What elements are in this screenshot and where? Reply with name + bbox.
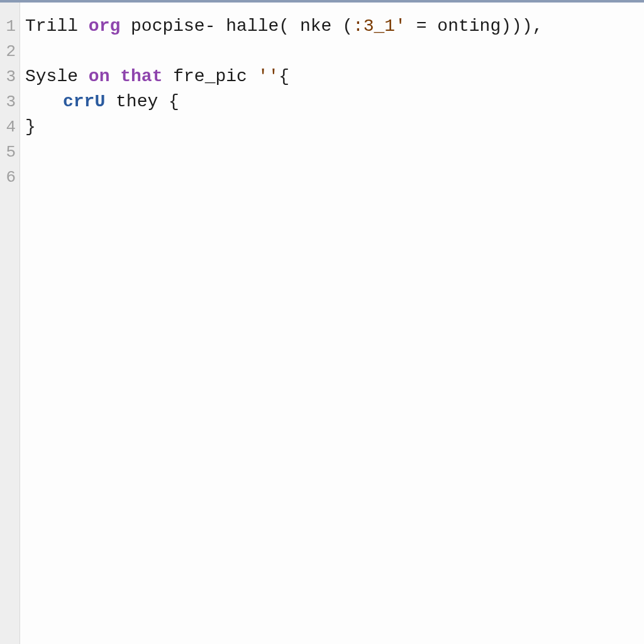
code-area[interactable]: Trill org pocpise- halle( nke (:3_1' = o… bbox=[20, 3, 644, 644]
token-ident: Trill bbox=[25, 16, 89, 36]
line-number: 1 bbox=[0, 14, 19, 39]
token-punct: } bbox=[25, 117, 36, 136]
token-punct: , bbox=[533, 16, 543, 36]
token-ident: fre_pic bbox=[162, 67, 257, 86]
code-line-7 bbox=[25, 165, 644, 190]
token-punct: ( bbox=[279, 16, 289, 36]
code-line-4: crrU they { bbox=[25, 89, 644, 114]
code-line-2 bbox=[25, 39, 644, 64]
token-ident: Sysle bbox=[25, 67, 89, 86]
token-punct: { bbox=[279, 67, 289, 86]
token-punct: ))) bbox=[501, 16, 532, 36]
line-number: 3 bbox=[0, 89, 19, 114]
token-keyword: org bbox=[89, 16, 120, 36]
code-line-3: Sysle on that fre_pic ''{ bbox=[25, 64, 644, 89]
code-editor: 1 2 3 3 4 5 6 Trill org pocpise- halle( … bbox=[0, 0, 644, 644]
line-gutter: 1 2 3 3 4 5 6 bbox=[0, 3, 20, 644]
code-line-5: } bbox=[25, 114, 644, 140]
token-punct: { bbox=[169, 92, 179, 111]
token-ident: they bbox=[105, 92, 169, 111]
line-number: 4 bbox=[0, 114, 19, 140]
code-line-1: Trill org pocpise- halle( nke (:3_1' = o… bbox=[25, 14, 644, 39]
token-ident: pocpise- halle bbox=[120, 16, 279, 36]
line-number: 5 bbox=[0, 140, 19, 165]
token-keyword: crrU bbox=[63, 92, 105, 111]
line-number: 2 bbox=[0, 39, 19, 64]
token-punct: ( bbox=[342, 16, 353, 36]
token-keyword: on that bbox=[89, 67, 163, 86]
code-line-6 bbox=[25, 140, 644, 165]
token-ident: nke bbox=[289, 16, 342, 36]
line-number: 6 bbox=[0, 165, 19, 190]
token-string: :3_1' bbox=[353, 16, 406, 36]
token-ident: = onting bbox=[406, 16, 501, 36]
line-number: 3 bbox=[0, 64, 19, 89]
token-string: '' bbox=[258, 67, 279, 86]
